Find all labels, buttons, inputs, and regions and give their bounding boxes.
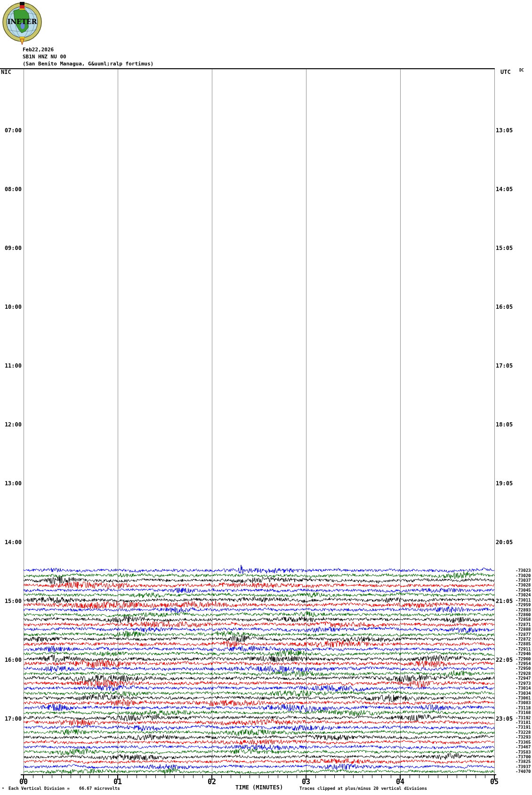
left-time-label: 11:00: [0, 362, 22, 369]
dc-value-label: -73700: [516, 755, 531, 759]
dc-value-label: -73118: [516, 706, 531, 710]
dc-value-label: -72877: [516, 632, 531, 637]
dc-value-label: -73020: [516, 573, 531, 578]
dc-value-label: -73024: [516, 593, 531, 597]
x-tick-label: 00: [9, 778, 38, 786]
dc-value-label: -72888: [516, 627, 531, 632]
right-time-label: 17:05: [496, 362, 513, 369]
left-time-label: 15:00: [0, 598, 22, 604]
header-station-description: (San Benito Managua, G&uuml;ralp fortimu…: [23, 60, 153, 67]
scale-marker-icon: ₘ: [2, 786, 4, 790]
clip-note: Traces clipped at plus/minus 20 vertical…: [299, 786, 427, 791]
right-time-label: 18:05: [496, 421, 513, 428]
dc-value-label: -73293: [516, 735, 531, 739]
x-tick-label: 04: [386, 778, 414, 786]
logo-wordmark: INETER: [8, 18, 37, 25]
left-time-label: 09:00: [0, 245, 22, 251]
dc-value-label: -72947: [516, 676, 531, 681]
x-tick-label: 01: [104, 778, 132, 786]
dc-value-label: -72911: [516, 647, 531, 651]
dc-column-label: DC: [519, 68, 524, 72]
seismogram-canvas: [0, 0, 532, 795]
dc-value-label: -73181: [516, 720, 531, 725]
dc-value-label: -73083: [516, 700, 531, 705]
logo-flag: [19, 2, 25, 10]
right-time-label: 19:05: [496, 480, 513, 487]
dc-value-label: -72946: [516, 651, 531, 656]
dc-value-label: -73365: [516, 740, 531, 745]
left-time-label: 12:00: [0, 421, 22, 428]
right-time-label: 14:05: [496, 186, 513, 193]
dc-value-label: -73192: [516, 715, 531, 720]
right-time-label: 15:05: [496, 245, 513, 251]
dc-value-label: -73037: [516, 578, 531, 583]
right-time-label: 22:05: [496, 657, 513, 663]
dc-value-label: -73034: [516, 691, 531, 696]
header-station-code: SB1N HNZ NU 00: [23, 53, 66, 60]
dc-value-label: -72860: [516, 612, 531, 617]
dc-value-label: -72928: [516, 671, 531, 676]
dc-value-label: -72893: [516, 608, 531, 612]
left-timezone-label: NIC: [1, 69, 11, 75]
dc-value-label: -72954: [516, 661, 531, 666]
x-tick-label: 03: [292, 778, 320, 786]
dc-value-label: -73023: [516, 568, 531, 573]
dc-value-label: -73011: [516, 598, 531, 602]
dc-value-label: -72885: [516, 642, 531, 646]
header-date: Feb22,2026: [23, 46, 54, 53]
right-time-label: 20:05: [496, 539, 513, 546]
dc-value-label: -73014: [516, 686, 531, 691]
left-time-label: 10:00: [0, 304, 22, 310]
dc-value-label: -73228: [516, 730, 531, 735]
right-timezone-label: UTC: [500, 69, 511, 75]
dc-value-label: -72871: [516, 622, 531, 627]
webicorder-page: INETER Feb22,2026 SB1N HNZ NU 00 (San Be…: [0, 0, 532, 795]
right-time-label: 13:05: [496, 127, 513, 134]
left-time-label: 13:00: [0, 480, 22, 487]
left-time-label: 16:00: [0, 657, 22, 663]
dc-value-label: -73191: [516, 725, 531, 730]
dc-value-label: -73583: [516, 750, 531, 755]
dc-value-label: -73825: [516, 759, 531, 764]
dc-value-label: -72960: [516, 657, 531, 661]
left-time-label: 08:00: [0, 186, 22, 193]
dc-value-label: -73061: [516, 696, 531, 700]
dc-value-label: -72858: [516, 617, 531, 622]
left-time-label: 17:00: [0, 715, 22, 722]
x-tick-label: 05: [480, 778, 508, 786]
dc-value-label: -72959: [516, 602, 531, 607]
dc-value-label: -73937: [516, 764, 531, 769]
dc-value-label: -73467: [516, 745, 531, 749]
dc-value-label: -72973: [516, 681, 531, 686]
right-time-label: 16:05: [496, 304, 513, 310]
dc-value-label: -73045: [516, 588, 531, 593]
dc-value-label: -72872: [516, 637, 531, 642]
dc-value-label: -73168: [516, 710, 531, 715]
right-time-label: 23:05: [496, 715, 513, 722]
left-time-label: 14:00: [0, 539, 22, 546]
x-tick-label: 02: [198, 778, 226, 786]
x-axis-title: TIME (MINUTES): [235, 784, 283, 791]
scale-note-value: 66.67 microvolts: [79, 786, 120, 791]
ineter-logo: INETER: [1, 1, 44, 46]
right-time-label: 21:05: [496, 598, 513, 604]
dc-value-label: -73028: [516, 583, 531, 587]
dc-value-label: -72950: [516, 666, 531, 671]
left-time-label: 07:00: [0, 127, 22, 134]
scale-note-prefix: Each Vertical Division =: [8, 786, 70, 791]
dc-value-label: -74070: [516, 769, 531, 774]
